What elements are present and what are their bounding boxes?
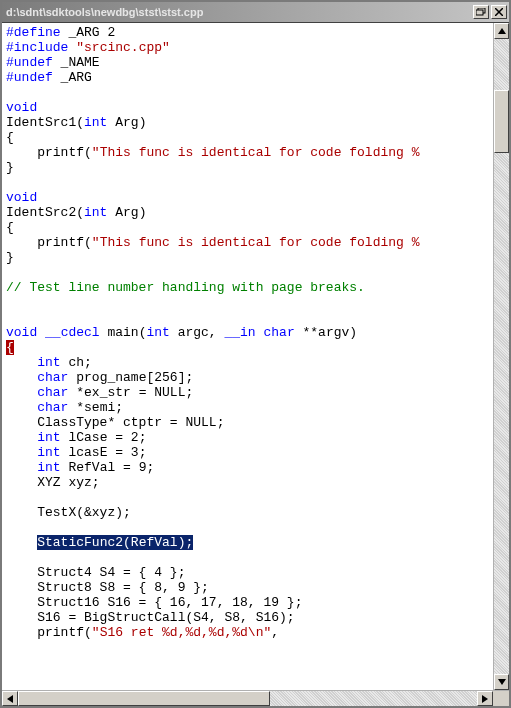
- code-token: int: [37, 430, 60, 445]
- code-token: {: [6, 220, 14, 235]
- horizontal-scrollbar[interactable]: [2, 690, 509, 706]
- code-line[interactable]: #undef _NAME: [6, 55, 489, 70]
- code-line[interactable]: int RefVal = 9;: [6, 460, 489, 475]
- code-line[interactable]: [6, 85, 489, 100]
- close-button[interactable]: [491, 5, 507, 19]
- source-code[interactable]: #define _ARG 2#include "srcinc.cpp"#unde…: [2, 23, 493, 690]
- code-line[interactable]: S16 = BigStructCall(S4, S8, S16);: [6, 610, 489, 625]
- chevron-left-icon: [7, 695, 13, 703]
- code-line[interactable]: ClassType* ctptr = NULL;: [6, 415, 489, 430]
- hscroll-thumb[interactable]: [18, 691, 270, 706]
- code-line[interactable]: printf("S16 ret %d,%d,%d,%d\n",: [6, 625, 489, 640]
- code-token: // Test line number handling with page b…: [6, 280, 365, 295]
- code-line[interactable]: void: [6, 190, 489, 205]
- code-line[interactable]: [6, 295, 489, 310]
- code-line[interactable]: void __cdecl main(int argc, __in char **…: [6, 325, 489, 340]
- code-line[interactable]: }: [6, 250, 489, 265]
- vertical-scrollbar[interactable]: [493, 23, 509, 690]
- scroll-left-button[interactable]: [2, 691, 18, 706]
- code-token: [6, 460, 37, 475]
- code-token: [6, 430, 37, 445]
- code-line[interactable]: TestX(&xyz);: [6, 505, 489, 520]
- code-token: }: [6, 250, 14, 265]
- code-token: "This func is identical for code folding…: [92, 235, 420, 250]
- code-token: #define: [6, 25, 61, 40]
- code-line[interactable]: Struct8 S8 = { 8, 9 };: [6, 580, 489, 595]
- svg-rect-1: [476, 10, 483, 15]
- code-line[interactable]: {: [6, 130, 489, 145]
- code-line[interactable]: {: [6, 340, 489, 355]
- code-line[interactable]: printf("This func is identical for code …: [6, 145, 489, 160]
- titlebar[interactable]: d:\sdnt\sdktools\newdbg\stst\stst.cpp: [2, 2, 509, 22]
- svg-marker-4: [498, 28, 506, 34]
- code-line[interactable]: [6, 550, 489, 565]
- code-token: S16 = BigStructCall(S4, S8, S16);: [6, 610, 295, 625]
- editor-window: d:\sdnt\sdktools\newdbg\stst\stst.cpp #d…: [0, 0, 511, 708]
- code-line[interactable]: Struct16 S16 = { 16, 17, 18, 19 };: [6, 595, 489, 610]
- code-line[interactable]: IdentSrc1(int Arg): [6, 115, 489, 130]
- scroll-up-button[interactable]: [494, 23, 509, 39]
- close-icon: [495, 8, 503, 16]
- code-line[interactable]: char prog_name[256];: [6, 370, 489, 385]
- code-token: char: [37, 370, 68, 385]
- code-token: "This func is identical for code folding…: [92, 145, 420, 160]
- restore-button[interactable]: [473, 5, 489, 19]
- code-token: ch;: [61, 355, 92, 370]
- code-line[interactable]: {: [6, 220, 489, 235]
- chevron-down-icon: [498, 679, 506, 685]
- code-line[interactable]: [6, 265, 489, 280]
- svg-marker-7: [482, 695, 488, 703]
- code-line[interactable]: // Test line number handling with page b…: [6, 280, 489, 295]
- code-token: ClassType* ctptr = NULL;: [6, 415, 224, 430]
- code-token: int: [37, 460, 60, 475]
- code-token: RefVal = 9;: [61, 460, 155, 475]
- code-token: [6, 385, 37, 400]
- code-token: main(: [100, 325, 147, 340]
- code-line[interactable]: int lcasE = 3;: [6, 445, 489, 460]
- code-token: printf(: [6, 235, 92, 250]
- vscroll-thumb[interactable]: [494, 90, 509, 154]
- code-line[interactable]: void: [6, 100, 489, 115]
- code-line[interactable]: int lCase = 2;: [6, 430, 489, 445]
- code-line[interactable]: }: [6, 160, 489, 175]
- code-line[interactable]: [6, 310, 489, 325]
- code-token: void: [6, 325, 37, 340]
- code-token: Arg): [107, 205, 146, 220]
- scroll-right-button[interactable]: [477, 691, 493, 706]
- code-token: [6, 400, 37, 415]
- code-token: **argv): [295, 325, 357, 340]
- code-line[interactable]: IdentSrc2(int Arg): [6, 205, 489, 220]
- code-token: "S16 ret %d,%d,%d,%d\n": [92, 625, 271, 640]
- code-token: int: [84, 115, 107, 130]
- code-token: int: [37, 445, 60, 460]
- code-token: ,: [271, 625, 279, 640]
- code-token: char: [37, 385, 68, 400]
- hscroll-track[interactable]: [18, 691, 477, 706]
- code-line[interactable]: [6, 520, 489, 535]
- code-line[interactable]: char *ex_str = NULL;: [6, 385, 489, 400]
- code-line[interactable]: [6, 490, 489, 505]
- code-token: printf(: [6, 625, 92, 640]
- code-line[interactable]: StaticFunc2(RefVal);: [6, 535, 489, 550]
- code-token: Struct16 S16 = { 16, 17, 18, 19 };: [6, 595, 302, 610]
- scrollbar-corner: [493, 691, 509, 706]
- code-token: _NAME: [53, 55, 100, 70]
- code-token: "srcinc.cpp": [76, 40, 170, 55]
- code-token: IdentSrc1(: [6, 115, 84, 130]
- code-line[interactable]: Struct4 S4 = { 4 };: [6, 565, 489, 580]
- code-line[interactable]: #define _ARG 2: [6, 25, 489, 40]
- code-line[interactable]: printf("This func is identical for code …: [6, 235, 489, 250]
- code-line[interactable]: #undef _ARG: [6, 70, 489, 85]
- code-token: int: [84, 205, 107, 220]
- scroll-down-button[interactable]: [494, 674, 509, 690]
- code-token: char: [37, 400, 68, 415]
- code-line[interactable]: char *semi;: [6, 400, 489, 415]
- code-token: argc,: [170, 325, 225, 340]
- code-line[interactable]: int ch;: [6, 355, 489, 370]
- code-line[interactable]: [6, 175, 489, 190]
- client-area: #define _ARG 2#include "srcinc.cpp"#unde…: [2, 22, 509, 706]
- code-token: int: [146, 325, 169, 340]
- code-line[interactable]: XYZ xyz;: [6, 475, 489, 490]
- code-line[interactable]: #include "srcinc.cpp": [6, 40, 489, 55]
- vscroll-track[interactable]: [494, 39, 509, 674]
